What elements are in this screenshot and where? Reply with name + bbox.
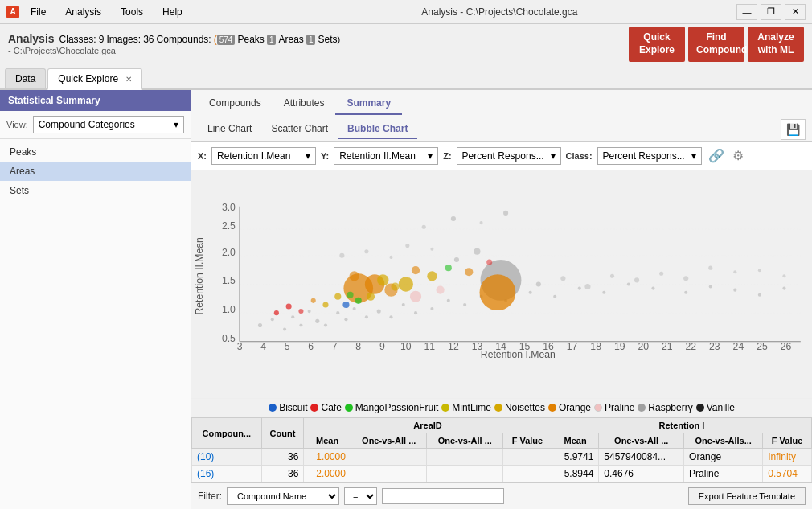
svg-point-51 (389, 315, 392, 318)
dropdown-arrow-icon: ▾ (174, 119, 178, 130)
cell-ret-ova1-1: 0.4676 (599, 466, 684, 482)
tab-quick-explore[interactable]: Quick Explore ✕ (47, 68, 142, 90)
tree-item-peaks[interactable]: Peaks (0, 142, 191, 162)
svg-point-59 (529, 291, 532, 294)
link-icon[interactable]: 🔗 (707, 146, 726, 165)
legend-dot-raspberry (638, 404, 646, 412)
x-axis-dropdown[interactable]: Retention I.Mean▾ (211, 147, 316, 165)
svg-point-40 (283, 327, 286, 330)
svg-point-112 (503, 211, 508, 216)
tab-scatter-chart[interactable]: Scatter Chart (261, 120, 338, 139)
cell-compound-1[interactable]: (16) (192, 466, 262, 482)
svg-point-98 (584, 284, 590, 289)
filter-field-dropdown[interactable]: Compound Name (227, 487, 339, 505)
menu-analysis[interactable]: Analysis (60, 3, 106, 21)
tab-bar: Data Quick Explore ✕ (0, 64, 812, 90)
cell-ret-mean-0: 5.9741 (552, 449, 599, 466)
view-label: View: (6, 120, 28, 129)
close-button[interactable]: ✕ (785, 4, 806, 20)
save-chart-button[interactable]: 💾 (781, 119, 806, 140)
title-bar: A File Analysis Tools Help Analysis - C:… (0, 0, 812, 24)
legend-label-orange: Orange (559, 402, 591, 413)
legend-noisettes: Noisettes (494, 402, 545, 413)
cell-ret-ova2-1: Praline (684, 466, 763, 482)
view-selector: View: Compound Categories ▾ (0, 111, 191, 139)
cell-fval-0 (503, 449, 552, 466)
svg-point-103 (708, 266, 712, 270)
filter-operator-dropdown[interactable]: = (344, 487, 377, 505)
view-dropdown[interactable]: Compound Categories ▾ (33, 116, 184, 133)
svg-point-91 (445, 265, 452, 271)
legend-orange: Orange (548, 402, 591, 413)
svg-point-89 (412, 266, 420, 274)
analyze-ml-button[interactable]: Analyze with ML (748, 27, 804, 62)
col-mean: Mean (304, 433, 351, 449)
z-axis-label: Z: (443, 151, 451, 161)
minimize-button[interactable]: — (736, 4, 757, 20)
svg-point-81 (342, 302, 349, 308)
col-areaid-group: AreaID (304, 418, 552, 433)
menu-help[interactable]: Help (158, 3, 187, 21)
svg-text:17: 17 (567, 341, 578, 352)
menu-tools[interactable]: Tools (116, 3, 148, 21)
svg-text:3: 3 (237, 341, 243, 352)
tree-item-areas[interactable]: Areas (0, 162, 191, 181)
svg-point-106 (782, 274, 785, 277)
svg-text:1.5: 1.5 (222, 276, 236, 287)
tree-item-sets[interactable]: Sets (0, 181, 191, 200)
svg-text:21: 21 (662, 341, 673, 352)
classes-label: Classes: (59, 34, 96, 45)
tab-data[interactable]: Data (5, 68, 46, 88)
chart-area: Retention II.Mean Retention I.Mean 0.5 1… (191, 170, 812, 509)
tab-attributes[interactable]: Attributes (273, 92, 336, 115)
tab-summary[interactable]: Summary (335, 92, 402, 115)
filter-value-input[interactable] (382, 488, 504, 504)
tab-line-chart[interactable]: Line Chart (198, 120, 261, 139)
menu-bar: File Analysis Tools Help (26, 3, 263, 21)
svg-point-99 (610, 274, 614, 278)
svg-point-39 (271, 318, 274, 321)
svg-point-97 (560, 276, 565, 281)
legend-dot-orange (548, 404, 556, 412)
class-axis-label: Class: (566, 151, 593, 161)
quick-explore-button[interactable]: Quick Explore (629, 27, 685, 62)
maximize-button[interactable]: ❐ (761, 4, 781, 20)
settings-icon[interactable]: ⚙ (731, 146, 745, 165)
sets-label: Sets (318, 34, 338, 45)
y-axis-label: Y: (321, 151, 329, 161)
tab-close-icon[interactable]: ✕ (125, 75, 132, 84)
svg-text:Retention II.Mean: Retention II.Mean (195, 237, 205, 314)
svg-point-55 (447, 299, 450, 302)
svg-point-114 (364, 249, 368, 253)
svg-point-109 (451, 216, 456, 221)
bubble-chart-svg: Retention II.Mean Retention I.Mean 0.5 1… (195, 174, 809, 395)
chart-svg-container[interactable]: Retention II.Mean Retention I.Mean 0.5 1… (191, 170, 812, 398)
export-feature-template-button[interactable]: Export Feature Template (688, 487, 806, 505)
svg-point-87 (322, 302, 328, 307)
peaks-val: 574 (217, 35, 236, 45)
tab-compounds[interactable]: Compounds (198, 92, 273, 115)
col-count: Count (261, 418, 304, 449)
svg-point-102 (683, 276, 688, 281)
svg-point-63 (627, 282, 630, 285)
class-axis-dropdown[interactable]: Percent Respons...▾ (597, 147, 702, 165)
z-axis-dropdown[interactable]: Percent Respons...▾ (457, 147, 561, 165)
cell-compound-0[interactable]: (10) (192, 449, 262, 466)
svg-point-111 (479, 221, 482, 224)
svg-point-64 (651, 287, 654, 290)
cell-mean-0: 1.0000 (304, 449, 351, 466)
menu-file[interactable]: File (26, 3, 51, 21)
analysis-bar: Analysis Classes: 9 Images: 36 Compounds… (0, 24, 812, 64)
svg-point-54 (430, 307, 433, 310)
tab-bubble-chart[interactable]: Bubble Chart (338, 120, 417, 139)
cell-ova1-1 (351, 466, 427, 482)
classes-val: 9 (99, 34, 105, 45)
svg-point-93 (454, 257, 459, 262)
analysis-info: Analysis Classes: 9 Images: 36 Compounds… (8, 32, 629, 55)
find-compounds-button[interactable]: Find Compounds (688, 27, 744, 62)
right-content: Compounds Attributes Summary Line Chart … (191, 90, 812, 509)
svg-text:24: 24 (733, 341, 744, 352)
col-ret-ova2: One-vs-Alls... (684, 433, 763, 449)
y-axis-dropdown[interactable]: Retention II.Mean▾ (334, 147, 438, 165)
svg-text:18: 18 (590, 341, 601, 352)
